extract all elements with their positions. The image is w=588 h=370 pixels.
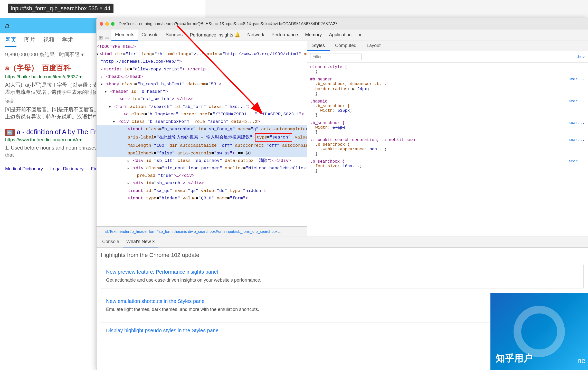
- result-letter-icon: 🔤: [5, 129, 15, 136]
- footer-link-0[interactable]: Medical Dictionary: [5, 166, 43, 172]
- css-selector-b-searchbox-2: .b_searchbox { sear...: [310, 159, 585, 164]
- tab-memory[interactable]: Memory: [301, 30, 325, 41]
- styles-tabs: Styles Computed Layout: [307, 41, 588, 51]
- traffic-light-yellow[interactable]: [105, 22, 109, 26]
- css-selector-b-header: #b_header sear...: [310, 77, 585, 82]
- whats-new-title-0[interactable]: New preview feature: Performance insight…: [106, 269, 578, 275]
- element-tooltip: input#sb_form_q.b_searchbox 535 × 44: [8, 4, 113, 13]
- css-source-0[interactable]: sear...: [568, 77, 585, 81]
- breadcrumb-input[interactable]: input#sb_form_q.b_searchbox: [226, 229, 278, 234]
- dom-line-input-4[interactable]: spellcheck="false" aria-controls="sw_as"…: [97, 150, 307, 157]
- css-source-1[interactable]: sear...: [568, 99, 585, 104]
- dom-line-est-switch[interactable]: <div id="est_switch">…</div>: [97, 95, 307, 103]
- css-webkit-appearance: -webkit-appearance: non...;: [310, 147, 585, 152]
- tab-more[interactable]: »: [355, 30, 365, 41]
- css-brace-close-4: }: [310, 152, 585, 156]
- styles-filter-bar: :hov: [307, 51, 588, 63]
- dom-line-doctype: <!DOCTYPE html>: [97, 43, 307, 50]
- dom-line-sb-search[interactable]: ▶ <div id="sb_search">…</div>: [97, 179, 307, 187]
- devtools-titlebar: DevTools - cn.bing.com/search?q=a&form=Q…: [97, 18, 588, 30]
- css-source-2[interactable]: sear...: [568, 121, 585, 125]
- dom-line-body[interactable]: ▼ <body class="b_respl b_sbText" data-bm…: [97, 80, 307, 88]
- dom-line-mic-preload[interactable]: preload="true">…</div>: [97, 172, 307, 179]
- dom-tree[interactable]: <!DOCTYPE html> ▼<html dir="ltr" lang="z…: [97, 41, 307, 226]
- breadcrumb-sbtext[interactable]: sbText: [105, 229, 116, 234]
- css-width-571: width: 571px;: [310, 125, 585, 130]
- bottom-tabs: Console What's New ×: [97, 236, 588, 248]
- tab-network[interactable]: Network: [244, 30, 268, 41]
- css-font-size: font-size: 16px...;: [310, 164, 585, 169]
- footer-link-1[interactable]: Legal Dictionary: [50, 166, 83, 172]
- dom-panel: <!DOCTYPE html> ▼<html dir="ltr" lang="z…: [97, 41, 307, 236]
- styles-tab-styles[interactable]: Styles: [307, 41, 330, 51]
- dom-line-sb-clt[interactable]: ▶ <div id="sb_clt" class="sb_clrhov" dat…: [97, 157, 307, 164]
- whats-new-desc-0: Get actionable and use-case-driven insig…: [106, 277, 578, 283]
- dock-icon[interactable]: ▭: [105, 34, 109, 41]
- bottom-tab-console[interactable]: Console: [99, 236, 123, 247]
- dom-line-form[interactable]: ▼ <form action="/search" id="sb_form" cl…: [97, 103, 307, 110]
- dom-line-input-2[interactable]: aria-label="在此处输入你的搜索 – 输入时会显示搜索建议" type…: [97, 133, 307, 142]
- bing-nav-webpage[interactable]: 网页: [5, 36, 16, 47]
- zhihu-image: 知乎用户 ne: [490, 293, 588, 370]
- dom-line-logo[interactable]: <a class="b_logoArea" target href="/?FOR…: [97, 110, 307, 118]
- circle-decoration: [514, 306, 565, 357]
- breadcrumb-menu-icon[interactable]: ⋮: [99, 229, 103, 234]
- css-source-4[interactable]: sear...: [568, 159, 585, 164]
- css-b-searchbox-rule: .b_searchbox, #uaanswer .b...: [310, 82, 585, 86]
- dom-line-header[interactable]: ▼ <header id="b_header">: [97, 88, 307, 95]
- dom-line-head[interactable]: ▶ <head>…</head>: [97, 73, 307, 80]
- css-border-radius: border-radius: ▶ 24px;: [310, 86, 585, 91]
- css-brace-close: }: [310, 69, 585, 74]
- devtools-dock-icons: ⊞ ▭: [99, 34, 109, 41]
- dom-line-mic[interactable]: ▶ <div class="mic_cont icon partner" onc…: [97, 164, 307, 172]
- dom-line-script[interactable]: ▶<script id="allow-copy_script">…</scrip: [97, 66, 307, 73]
- css-rule-b-searchbox-2: .b_searchbox { sear... font-size: 16px..…: [310, 159, 585, 173]
- tab-console[interactable]: Console: [138, 30, 162, 41]
- styles-panel: Styles Computed Layout :hov element.styl…: [307, 41, 588, 236]
- styles-content[interactable]: element.style { } #b_header sear... .b_s…: [307, 63, 588, 236]
- tab-performance-insights[interactable]: Performance insights 🔔: [186, 30, 244, 41]
- search-input-letter: a: [5, 22, 9, 30]
- zhihu-label: 知乎用户: [496, 352, 533, 365]
- result-title-1[interactable]: a - definition of A by The Free: [17, 128, 104, 136]
- dom-line-sa-qs[interactable]: <input id="sa_qs" name="qs" value="ds" t…: [97, 187, 307, 195]
- dom-line-form-hidden[interactable]: <input type="hidden" value="QBLH" name="…: [97, 195, 307, 202]
- dom-line-html[interactable]: ▼<html dir="ltr" lang="zh" xml:lang="z..…: [97, 50, 307, 58]
- styles-tab-computed[interactable]: Computed: [330, 41, 362, 51]
- styles-pseudo-label[interactable]: :hov: [577, 54, 585, 59]
- styles-filter-input[interactable]: [310, 53, 362, 60]
- undock-icon[interactable]: ⊞: [99, 34, 103, 41]
- css-selector-webkit: ::-webkit-search-decoration, ::-webkit-s…: [310, 138, 585, 142]
- tab-elements[interactable]: Elements: [111, 30, 138, 41]
- css-brace-close-3: }: [310, 130, 585, 135]
- css-rule-b-header: #b_header sear... .b_searchbox, #uaanswe…: [310, 77, 585, 96]
- css-selector-b-searchbox-1: .b_searchbox { sear...: [310, 121, 585, 125]
- tab-application[interactable]: Application: [325, 30, 355, 41]
- traffic-light-red[interactable]: [100, 22, 103, 26]
- dom-line-input-3[interactable]: maxlength="100" dir autocapitalize="off"…: [97, 142, 307, 149]
- whats-new-header: Highlights from the Chrome 102 update: [101, 252, 584, 258]
- css-webkit-b-searchbox: .b_searchbox {: [310, 142, 585, 147]
- bing-nav-images[interactable]: 图片: [24, 36, 35, 47]
- breadcrumb-form[interactable]: form#sb_form..hasmic: [149, 229, 187, 234]
- whats-new-item-0: New preview feature: Performance insight…: [101, 264, 584, 289]
- dom-line-searchbox-form[interactable]: ▼ <div class="b_searchboxForm" role="sea…: [97, 118, 307, 125]
- dom-line-input-1[interactable]: <input class="b_searchbox" id="sb_form_q…: [97, 125, 307, 133]
- styles-tab-layout[interactable]: Layout: [362, 41, 386, 51]
- breadcrumb-b-header[interactable]: header#b_header: [117, 229, 148, 234]
- bing-nav-video[interactable]: 视频: [43, 36, 54, 47]
- css-rule-element-style: element.style { }: [310, 65, 585, 74]
- tab-sources[interactable]: Sources: [162, 30, 186, 41]
- css-source-3[interactable]: sear...: [568, 138, 585, 142]
- breadcrumb-div-searchbox[interactable]: div.b_searchboxForm: [188, 229, 225, 234]
- dom-breadcrumb: ⋮ sbText header#b_header form#sb_form..h…: [97, 226, 307, 236]
- devtools-content: <!DOCTYPE html> ▼<html dir="ltr" lang="z…: [97, 41, 588, 236]
- tab-performance[interactable]: Performance: [268, 30, 301, 41]
- css-selector-element: element.style {: [310, 65, 585, 69]
- devtools-title: DevTools - cn.bing.com/search?q=a&form=Q…: [119, 22, 585, 26]
- bottom-tab-whats-new[interactable]: What's New ×: [123, 236, 158, 247]
- devtools-main-tabs: ⊞ ▭ Elements Console Sources Performance…: [97, 30, 588, 41]
- bing-nav-academic[interactable]: 学术: [62, 36, 73, 47]
- css-rule-webkit: ::-webkit-search-decoration, ::-webkit-s…: [310, 138, 585, 156]
- traffic-light-green[interactable]: [111, 22, 115, 26]
